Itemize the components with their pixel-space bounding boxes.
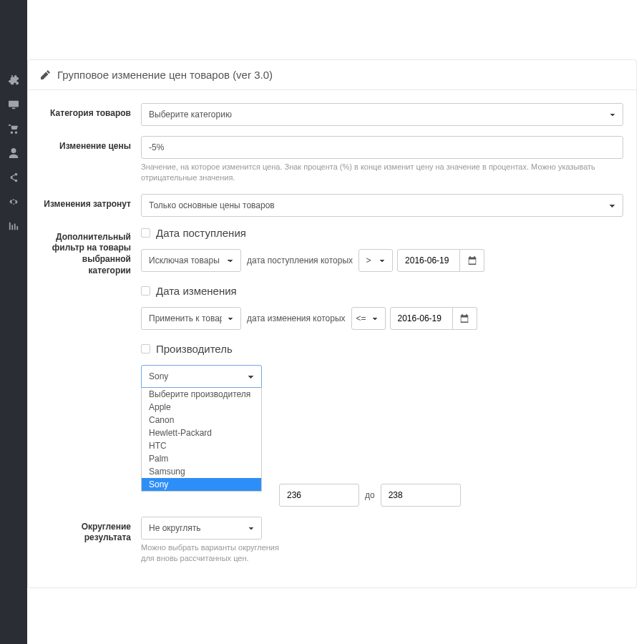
date-added-date-input[interactable] <box>397 249 460 272</box>
sidebar <box>0 0 27 644</box>
sidebar-item-share[interactable] <box>0 165 27 190</box>
panel-header: Групповое изменение цен товаров (ver 3.0… <box>28 60 636 90</box>
sidebar-item-gear[interactable] <box>0 190 27 214</box>
dropdown-item[interactable]: Выберите производителя <box>142 388 261 401</box>
date-added-title: Дата поступления <box>156 227 246 239</box>
date-modified-title: Дата изменения <box>156 285 237 297</box>
price-from-input[interactable] <box>279 484 359 507</box>
date-modified-checkbox[interactable] <box>141 286 150 296</box>
main-content: Групповое изменение цен товаров (ver 3.0… <box>27 0 644 644</box>
dropdown-item[interactable]: Canon <box>142 414 261 426</box>
price-to-label: до <box>364 490 376 500</box>
pencil-icon <box>41 70 50 79</box>
page-title: Групповое изменение цен товаров (ver 3.0… <box>57 69 273 81</box>
calendar-icon <box>468 256 477 265</box>
date-added-op-select[interactable]: > <box>358 249 393 272</box>
date-modified-calendar-button[interactable] <box>453 307 477 330</box>
monitor-icon <box>9 99 19 109</box>
puzzle-icon <box>9 75 19 85</box>
rounding-label: Округление результата <box>41 517 141 544</box>
dropdown-item[interactable]: Palm <box>142 452 261 465</box>
sidebar-item-user[interactable] <box>0 141 27 165</box>
manufacturer-dropdown: Выберите производителя Apple Canon Hewle… <box>141 388 262 492</box>
price-to-input[interactable] <box>381 484 461 507</box>
cart-icon <box>9 124 19 134</box>
date-modified-text: дата изменения которых <box>245 313 347 323</box>
sidebar-item-puzzle[interactable] <box>0 68 27 92</box>
category-label: Категория товаров <box>41 103 141 118</box>
price-change-input[interactable] <box>141 136 623 159</box>
manufacturer-section: Производитель <box>141 343 623 355</box>
dropdown-item-selected[interactable]: Sony <box>142 478 261 491</box>
share-icon <box>9 172 19 182</box>
price-change-label: Изменение цены <box>41 136 141 151</box>
user-icon <box>9 148 19 158</box>
sidebar-item-monitor[interactable] <box>0 92 27 117</box>
date-added-section: Дата поступления <box>141 227 623 239</box>
date-modified-mode-select[interactable]: Применить к товарам <box>141 307 241 330</box>
date-added-calendar-button[interactable] <box>460 249 484 272</box>
sidebar-item-chart[interactable] <box>0 214 27 238</box>
calendar-icon <box>460 314 469 323</box>
date-modified-section: Дата изменения <box>141 285 623 297</box>
panel: Групповое изменение цен товаров (ver 3.0… <box>27 59 637 588</box>
dropdown-item[interactable]: HTC <box>142 439 261 452</box>
rounding-help: Можно выбрать варианты округления для вн… <box>141 542 284 565</box>
rounding-select[interactable]: Не округлять <box>141 517 262 540</box>
manufacturer-title: Производитель <box>156 343 233 355</box>
gear-icon <box>9 197 19 207</box>
sidebar-item-cart[interactable] <box>0 117 27 141</box>
price-change-help: Значение, на которое изменится цена. Зна… <box>141 162 623 184</box>
date-modified-date-input[interactable] <box>390 307 453 330</box>
date-added-text: дата поступления которых <box>245 255 354 265</box>
date-modified-op-select[interactable]: <= <box>351 307 386 330</box>
dropdown-item[interactable]: Samsung <box>142 465 261 478</box>
dropdown-item[interactable]: Hewlett-Packard <box>142 426 261 439</box>
affects-select[interactable]: Только основные цены товаров <box>141 194 623 217</box>
filter-label: Дополнительный фильтр на товары выбранно… <box>41 227 141 276</box>
manufacturer-checkbox[interactable] <box>141 344 150 353</box>
date-added-mode-select[interactable]: Исключая товары <box>141 249 241 272</box>
date-added-checkbox[interactable] <box>141 228 150 238</box>
dropdown-item[interactable]: Apple <box>142 401 261 414</box>
manufacturer-select[interactable]: Sony <box>141 365 262 388</box>
affects-label: Изменения затронут <box>41 194 141 209</box>
chart-icon <box>9 221 19 231</box>
category-select[interactable]: Выберите категорию <box>141 103 623 126</box>
